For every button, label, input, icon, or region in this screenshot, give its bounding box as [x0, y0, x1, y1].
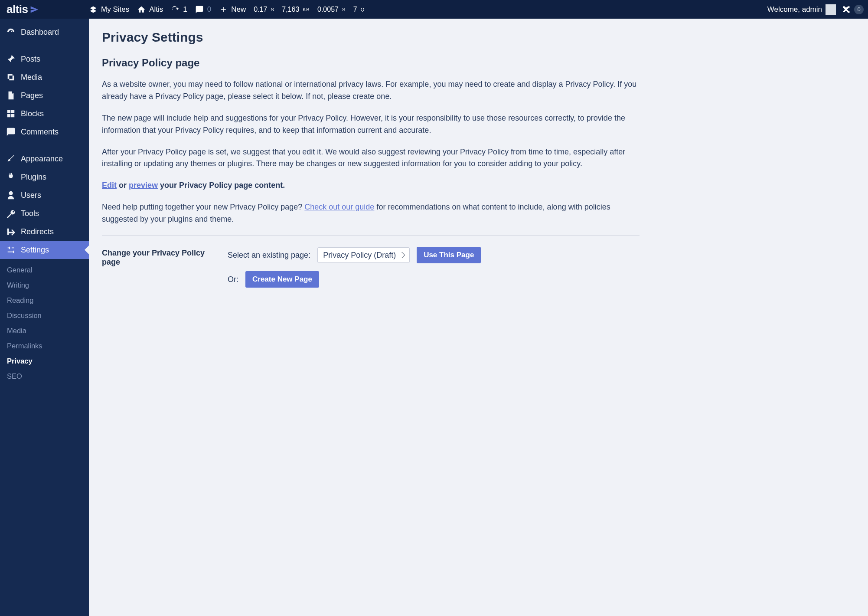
preview-privacy-link[interactable]: preview [129, 181, 158, 190]
main-content: Privacy Settings Privacy Policy page As … [89, 0, 868, 305]
site-home-link[interactable]: Altis [137, 5, 163, 14]
updates-link[interactable]: 1 [171, 5, 187, 14]
admin-sidebar: Dashboard Posts Media Pages Blocks Comme… [0, 19, 89, 305]
change-page-label: Change your Privacy Policy page [102, 247, 219, 267]
edit-preview-line: Edit or preview your Privacy Policy page… [102, 180, 640, 192]
sidebar-item-users[interactable]: Users [0, 186, 89, 204]
pages-icon [6, 91, 16, 100]
user-icon [6, 190, 16, 200]
sidebar-item-label: Appearance [21, 154, 63, 164]
edit-privacy-link[interactable]: Edit [102, 181, 117, 190]
home-icon [137, 5, 146, 14]
privacy-page-select[interactable]: Privacy Policy (Draft) [317, 247, 410, 263]
guide-link[interactable]: Check out our guide [304, 203, 374, 211]
brand-name: altis [7, 3, 28, 16]
my-sites-link[interactable]: My Sites [89, 5, 129, 14]
updates-count: 1 [183, 5, 187, 14]
wrench-icon [6, 209, 16, 218]
account-link[interactable]: Welcome, admin [767, 4, 836, 15]
perf-stat-queries[interactable]: 7Q [353, 6, 365, 13]
shuffle-icon [842, 5, 851, 14]
pin-icon [6, 54, 16, 64]
submenu-item-writing[interactable]: Writing [0, 278, 89, 293]
sidebar-item-label: Posts [21, 55, 40, 64]
use-this-page-button[interactable]: Use This Page [417, 247, 481, 263]
comment-icon [195, 5, 204, 14]
grid-icon [6, 109, 16, 118]
sidebar-item-media[interactable]: Media [0, 68, 89, 86]
comment-icon [6, 127, 16, 137]
submenu-item-reading[interactable]: Reading [0, 293, 89, 305]
divider [102, 235, 640, 236]
plus-icon [219, 5, 228, 14]
sidebar-item-label: Blocks [21, 109, 44, 118]
paper-plane-icon [30, 5, 39, 14]
welcome-text: Welcome, admin [767, 5, 822, 14]
gauge-icon [6, 27, 16, 37]
perf-stat-time[interactable]: 0.17S [254, 6, 274, 13]
new-content-link[interactable]: New [219, 5, 246, 14]
sidebar-item-label: Dashboard [21, 28, 59, 37]
settings-submenu: General Writing Reading Discussion Media… [0, 259, 89, 305]
submenu-item-general[interactable]: General [0, 262, 89, 278]
or-label: Or: [228, 275, 238, 284]
sidebar-item-posts[interactable]: Posts [0, 50, 89, 68]
network-icon [89, 5, 98, 14]
sidebar-item-plugins[interactable]: Plugins [0, 168, 89, 186]
sidebar-item-label: Tools [21, 209, 39, 218]
sidebar-item-label: Settings [21, 246, 49, 255]
sidebar-item-label: Media [21, 73, 42, 82]
admin-toolbar: altis My Sites Altis 1 0 [0, 0, 868, 19]
sidebar-item-tools[interactable]: Tools [0, 204, 89, 223]
sidebar-item-settings[interactable]: Settings [0, 241, 89, 259]
brush-icon [6, 154, 16, 164]
intro-paragraph-2: The new page will include help and sugge… [102, 112, 640, 137]
brand-logo[interactable]: altis [4, 3, 89, 16]
section-title: Privacy Policy page [102, 57, 640, 69]
help-line: Need help putting together your new Priv… [102, 201, 640, 226]
sliders-icon [6, 245, 16, 255]
create-new-page-button[interactable]: Create New Page [245, 271, 319, 288]
page-title: Privacy Settings [102, 30, 640, 45]
sidebar-item-comments[interactable]: Comments [0, 123, 89, 141]
intro-paragraph-1: As a website owner, you may need to foll… [102, 79, 640, 103]
new-label: New [231, 5, 246, 14]
media-icon [6, 72, 16, 82]
sidebar-item-redirects[interactable]: Redirects [0, 223, 89, 241]
shuffle-badge: 0 [854, 5, 864, 14]
sidebar-item-blocks[interactable]: Blocks [0, 105, 89, 123]
intro-paragraph-3: After your Privacy Policy page is set, w… [102, 146, 640, 170]
redirect-icon [6, 227, 16, 236]
sidebar-item-label: Users [21, 191, 41, 200]
comments-link[interactable]: 0 [195, 5, 211, 14]
plug-icon [6, 172, 16, 182]
select-existing-label: Select an existing page: [228, 251, 310, 260]
avatar [826, 4, 836, 15]
sidebar-item-label: Pages [21, 91, 43, 100]
perf-stat-time2[interactable]: 0.0057S [317, 6, 346, 13]
sidebar-item-label: Comments [21, 128, 59, 137]
refresh-icon [171, 5, 179, 14]
site-name-label: Altis [149, 5, 163, 14]
sidebar-item-label: Plugins [21, 173, 46, 182]
sidebar-item-appearance[interactable]: Appearance [0, 150, 89, 168]
shuffle-link[interactable]: 0 [842, 5, 864, 14]
my-sites-label: My Sites [101, 5, 129, 14]
sidebar-item-label: Redirects [21, 227, 54, 236]
sidebar-item-dashboard[interactable]: Dashboard [0, 23, 89, 41]
comments-count: 0 [207, 5, 211, 14]
sidebar-item-pages[interactable]: Pages [0, 86, 89, 105]
perf-stat-memory[interactable]: 7,163KB [282, 6, 310, 13]
